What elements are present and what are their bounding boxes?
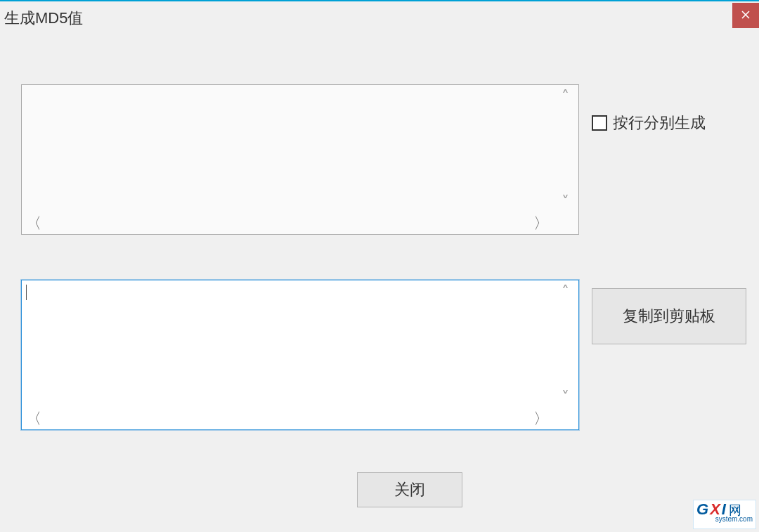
per-line-checkbox[interactable]: [592, 115, 607, 131]
window-close-button[interactable]: [732, 3, 759, 28]
close-icon: [741, 9, 750, 22]
chevron-up-icon: ˄: [562, 285, 569, 300]
copy-button-label: 复制到剪贴板: [623, 306, 715, 327]
chevron-right-icon: 〉: [533, 216, 549, 231]
per-line-checkbox-row: 按行分别生成: [592, 112, 706, 134]
watermark-g: G: [696, 502, 708, 517]
input-horizontal-scrollbar[interactable]: 〈 〉: [23, 214, 552, 233]
input-textarea-content: [23, 86, 552, 213]
chevron-down-icon: ˅: [562, 390, 569, 406]
chevron-down-icon: ˅: [562, 195, 569, 210]
input-textarea[interactable]: ˄ ˅ 〈 〉: [21, 84, 579, 235]
output-textarea-content: [23, 282, 552, 408]
close-button[interactable]: 关闭: [357, 472, 462, 507]
chevron-left-icon: 〈: [26, 411, 41, 427]
title-bar: 生成MD5值: [0, 1, 759, 35]
input-vertical-scrollbar[interactable]: ˄ ˅: [553, 86, 577, 213]
per-line-checkbox-label: 按行分别生成: [613, 112, 706, 134]
output-textarea[interactable]: ˄ ˅ 〈 〉: [21, 280, 579, 430]
chevron-right-icon: 〉: [533, 411, 549, 427]
content-area: ˄ ˅ 〈 〉 按行分别生成 ˄ ˅ 〈 〉 复制到剪贴板 关闭: [0, 37, 759, 532]
chevron-up-icon: ˄: [562, 89, 569, 105]
output-horizontal-scrollbar[interactable]: 〈 〉: [23, 410, 552, 428]
close-button-label: 关闭: [394, 479, 425, 500]
text-caret: [26, 285, 27, 300]
watermark-logo: G X I 网 system.com: [693, 500, 756, 529]
window-title: 生成MD5值: [4, 8, 83, 29]
output-vertical-scrollbar[interactable]: ˄ ˅: [553, 282, 577, 408]
copy-to-clipboard-button[interactable]: 复制到剪贴板: [592, 288, 746, 344]
chevron-left-icon: 〈: [26, 216, 41, 231]
